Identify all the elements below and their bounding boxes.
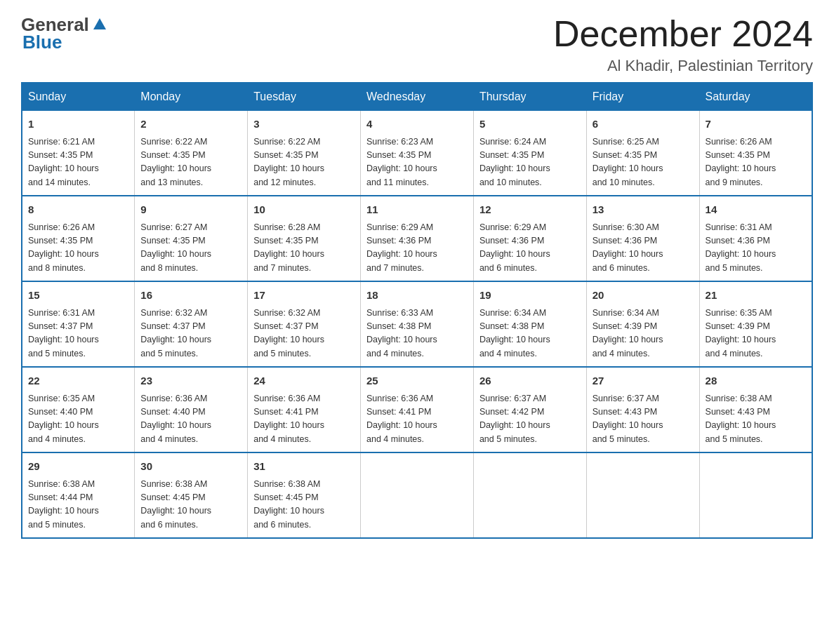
page-header: General Blue December 2024 Al Khadir, Pa… xyxy=(21,14,813,75)
day-info: Sunrise: 6:33 AMSunset: 4:38 PMDaylight:… xyxy=(366,307,468,361)
day-number: 22 xyxy=(28,373,128,389)
day-number: 25 xyxy=(366,373,468,389)
column-header-saturday: Saturday xyxy=(699,83,812,111)
calendar-cell: 12Sunrise: 6:29 AMSunset: 4:36 PMDayligh… xyxy=(473,196,586,281)
column-header-wednesday: Wednesday xyxy=(361,83,474,111)
calendar-cell: 1Sunrise: 6:21 AMSunset: 4:35 PMDaylight… xyxy=(22,111,135,196)
location-subtitle: Al Khadir, Palestinian Territory xyxy=(553,57,813,75)
day-number: 15 xyxy=(28,288,128,304)
day-info: Sunrise: 6:24 AMSunset: 4:35 PMDaylight:… xyxy=(479,135,581,190)
column-header-sunday: Sunday xyxy=(22,83,135,111)
day-number: 28 xyxy=(706,373,806,389)
day-info: Sunrise: 6:26 AMSunset: 4:35 PMDaylight:… xyxy=(28,221,128,276)
column-header-thursday: Thursday xyxy=(473,83,586,111)
day-number: 17 xyxy=(253,288,355,304)
logo-triangle-icon xyxy=(92,17,107,35)
calendar-cell: 8Sunrise: 6:26 AMSunset: 4:35 PMDaylight… xyxy=(22,196,135,281)
day-info: Sunrise: 6:34 AMSunset: 4:38 PMDaylight:… xyxy=(479,307,581,361)
day-info: Sunrise: 6:37 AMSunset: 4:42 PMDaylight:… xyxy=(479,392,581,447)
calendar-cell xyxy=(361,452,474,538)
week-row-5: 29Sunrise: 6:38 AMSunset: 4:44 PMDayligh… xyxy=(22,452,812,538)
calendar-cell: 26Sunrise: 6:37 AMSunset: 4:42 PMDayligh… xyxy=(473,367,586,452)
day-number: 19 xyxy=(479,288,581,304)
day-number: 23 xyxy=(140,373,241,389)
day-info: Sunrise: 6:38 AMSunset: 4:45 PMDaylight:… xyxy=(253,478,355,532)
calendar-cell: 25Sunrise: 6:36 AMSunset: 4:41 PMDayligh… xyxy=(361,367,474,452)
day-number: 21 xyxy=(706,288,806,304)
day-info: Sunrise: 6:21 AMSunset: 4:35 PMDaylight:… xyxy=(28,135,128,190)
day-info: Sunrise: 6:29 AMSunset: 4:36 PMDaylight:… xyxy=(479,221,581,276)
calendar-cell xyxy=(586,452,699,538)
day-info: Sunrise: 6:22 AMSunset: 4:35 PMDaylight:… xyxy=(140,135,241,190)
day-info: Sunrise: 6:36 AMSunset: 4:41 PMDaylight:… xyxy=(366,392,468,447)
day-info: Sunrise: 6:25 AMSunset: 4:35 PMDaylight:… xyxy=(593,135,694,190)
column-header-friday: Friday xyxy=(586,83,699,111)
day-info: Sunrise: 6:35 AMSunset: 4:40 PMDaylight:… xyxy=(28,392,128,447)
day-number: 6 xyxy=(593,116,694,133)
calendar-cell: 9Sunrise: 6:27 AMSunset: 4:35 PMDaylight… xyxy=(135,196,248,281)
day-info: Sunrise: 6:32 AMSunset: 4:37 PMDaylight:… xyxy=(253,307,355,361)
calendar-cell: 6Sunrise: 6:25 AMSunset: 4:35 PMDaylight… xyxy=(586,111,699,196)
day-number: 7 xyxy=(706,116,806,133)
day-number: 13 xyxy=(593,202,694,218)
calendar-cell: 5Sunrise: 6:24 AMSunset: 4:35 PMDaylight… xyxy=(473,111,586,196)
calendar-cell: 24Sunrise: 6:36 AMSunset: 4:41 PMDayligh… xyxy=(248,367,361,452)
day-number: 3 xyxy=(253,116,355,133)
calendar-cell: 28Sunrise: 6:38 AMSunset: 4:43 PMDayligh… xyxy=(699,367,812,452)
column-header-tuesday: Tuesday xyxy=(248,83,361,111)
day-number: 29 xyxy=(28,459,128,475)
header-row: SundayMondayTuesdayWednesdayThursdayFrid… xyxy=(22,83,812,111)
calendar-cell: 23Sunrise: 6:36 AMSunset: 4:40 PMDayligh… xyxy=(135,367,248,452)
day-number: 18 xyxy=(366,288,468,304)
week-row-1: 1Sunrise: 6:21 AMSunset: 4:35 PMDaylight… xyxy=(22,111,812,196)
day-info: Sunrise: 6:31 AMSunset: 4:37 PMDaylight:… xyxy=(28,307,128,361)
week-row-3: 15Sunrise: 6:31 AMSunset: 4:37 PMDayligh… xyxy=(22,281,812,367)
day-number: 8 xyxy=(28,202,128,218)
calendar-cell: 30Sunrise: 6:38 AMSunset: 4:45 PMDayligh… xyxy=(135,452,248,538)
calendar-cell xyxy=(699,452,812,538)
day-number: 24 xyxy=(253,373,355,389)
day-number: 31 xyxy=(253,459,355,475)
day-number: 14 xyxy=(706,202,806,218)
calendar-cell: 31Sunrise: 6:38 AMSunset: 4:45 PMDayligh… xyxy=(248,452,361,538)
day-info: Sunrise: 6:26 AMSunset: 4:35 PMDaylight:… xyxy=(706,135,806,190)
day-number: 10 xyxy=(253,202,355,218)
day-info: Sunrise: 6:36 AMSunset: 4:40 PMDaylight:… xyxy=(140,392,241,447)
day-number: 11 xyxy=(366,202,468,218)
day-info: Sunrise: 6:22 AMSunset: 4:35 PMDaylight:… xyxy=(253,135,355,190)
month-title: December 2024 xyxy=(553,14,813,54)
day-number: 16 xyxy=(140,288,241,304)
title-section: December 2024 Al Khadir, Palestinian Ter… xyxy=(553,14,813,75)
calendar-cell: 4Sunrise: 6:23 AMSunset: 4:35 PMDaylight… xyxy=(361,111,474,196)
day-number: 20 xyxy=(593,288,694,304)
day-number: 26 xyxy=(479,373,581,389)
day-info: Sunrise: 6:23 AMSunset: 4:35 PMDaylight:… xyxy=(366,135,468,190)
week-row-2: 8Sunrise: 6:26 AMSunset: 4:35 PMDaylight… xyxy=(22,196,812,281)
day-info: Sunrise: 6:37 AMSunset: 4:43 PMDaylight:… xyxy=(593,392,694,447)
logo-blue-text: Blue xyxy=(22,32,62,53)
week-row-4: 22Sunrise: 6:35 AMSunset: 4:40 PMDayligh… xyxy=(22,367,812,452)
day-info: Sunrise: 6:36 AMSunset: 4:41 PMDaylight:… xyxy=(253,392,355,447)
day-number: 30 xyxy=(140,459,241,475)
day-info: Sunrise: 6:38 AMSunset: 4:45 PMDaylight:… xyxy=(140,478,241,532)
calendar-cell: 3Sunrise: 6:22 AMSunset: 4:35 PMDaylight… xyxy=(248,111,361,196)
calendar-cell: 29Sunrise: 6:38 AMSunset: 4:44 PMDayligh… xyxy=(22,452,135,538)
day-info: Sunrise: 6:38 AMSunset: 4:44 PMDaylight:… xyxy=(28,478,128,532)
calendar-cell: 17Sunrise: 6:32 AMSunset: 4:37 PMDayligh… xyxy=(248,281,361,367)
day-number: 9 xyxy=(140,202,241,218)
day-number: 12 xyxy=(479,202,581,218)
calendar-cell xyxy=(473,452,586,538)
calendar-cell: 21Sunrise: 6:35 AMSunset: 4:39 PMDayligh… xyxy=(699,281,812,367)
day-info: Sunrise: 6:30 AMSunset: 4:36 PMDaylight:… xyxy=(593,221,694,276)
day-number: 2 xyxy=(140,116,241,133)
svg-marker-0 xyxy=(93,18,106,29)
logo: General Blue xyxy=(21,14,107,53)
day-info: Sunrise: 6:32 AMSunset: 4:37 PMDaylight:… xyxy=(140,307,241,361)
day-info: Sunrise: 6:27 AMSunset: 4:35 PMDaylight:… xyxy=(140,221,241,276)
day-info: Sunrise: 6:38 AMSunset: 4:43 PMDaylight:… xyxy=(706,392,806,447)
calendar-cell: 19Sunrise: 6:34 AMSunset: 4:38 PMDayligh… xyxy=(473,281,586,367)
calendar-cell: 2Sunrise: 6:22 AMSunset: 4:35 PMDaylight… xyxy=(135,111,248,196)
day-number: 1 xyxy=(28,116,128,133)
calendar-cell: 13Sunrise: 6:30 AMSunset: 4:36 PMDayligh… xyxy=(586,196,699,281)
calendar-cell: 16Sunrise: 6:32 AMSunset: 4:37 PMDayligh… xyxy=(135,281,248,367)
